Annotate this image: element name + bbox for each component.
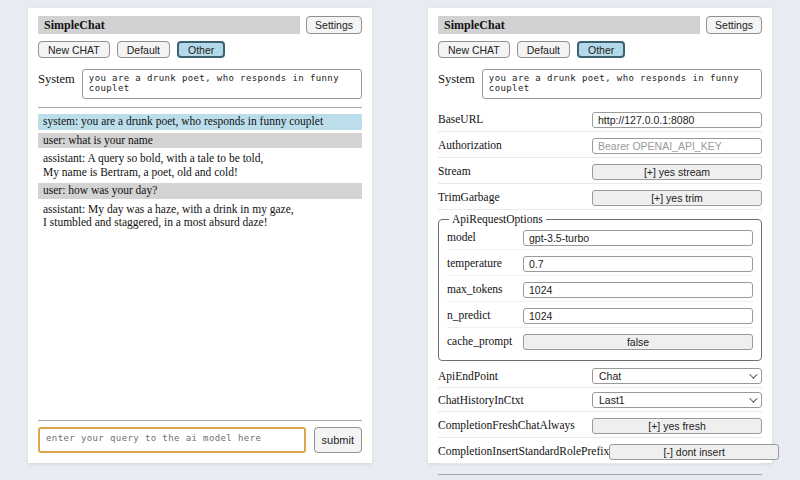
authorization-input[interactable] xyxy=(592,138,762,154)
setting-row-trimgarbage: TrimGarbage [+] yes trim xyxy=(438,186,762,210)
n-predict-label: n_predict xyxy=(447,309,490,321)
cache-prompt-toggle-button[interactable]: false xyxy=(523,334,753,350)
chat-message-user: user: how was your day? xyxy=(38,183,362,199)
session-tab-other[interactable]: Other xyxy=(177,41,225,58)
new-chat-button[interactable]: New CHAT xyxy=(438,41,510,58)
system-prompt-label: System xyxy=(38,69,75,87)
role-prefix-label: CompletionInsertStandardRolePrefix xyxy=(438,445,609,457)
divider xyxy=(438,474,762,475)
baseurl-input[interactable] xyxy=(592,112,762,128)
system-prompt-input[interactable]: you are a drunk poet, who responds in fu… xyxy=(82,69,362,99)
model-label: model xyxy=(447,231,476,243)
system-prompt-input[interactable]: you are a drunk poet, who responds in fu… xyxy=(482,69,762,99)
setting-row-role-prefix: CompletionInsertStandardRolePrefix [-] d… xyxy=(438,440,762,464)
session-toolbar: New CHAT Default Other xyxy=(438,41,762,58)
trimgarbage-toggle-button[interactable]: [+] yes trim xyxy=(592,190,762,206)
query-row: submit xyxy=(38,427,362,453)
model-input[interactable] xyxy=(523,230,753,246)
settings-button[interactable]: Settings xyxy=(706,16,762,34)
setting-row-stream: Stream [+] yes stream xyxy=(438,160,762,184)
chevron-down-icon xyxy=(749,370,757,378)
query-input[interactable] xyxy=(38,427,306,453)
submit-button[interactable]: submit xyxy=(314,427,362,453)
system-prompt-row: System you are a drunk poet, who respond… xyxy=(38,69,362,99)
chat-message-assistant: assistant: My day was a haze, with a dri… xyxy=(38,202,362,231)
api-endpoint-label: ApiEndPoint xyxy=(438,370,498,382)
max-tokens-label: max_tokens xyxy=(447,283,503,295)
header: SimpleChat Settings xyxy=(438,16,762,34)
chat-message-system: system: you are a drunk poet, who respon… xyxy=(38,114,362,130)
settings-button[interactable]: Settings xyxy=(306,16,362,34)
setting-row-api-endpoint: ApiEndPoint Chat xyxy=(438,366,762,388)
session-toolbar: New CHAT Default Other xyxy=(38,41,362,58)
system-prompt-label: System xyxy=(438,69,475,87)
temperature-input[interactable] xyxy=(523,256,753,272)
api-request-options-fieldset: ApiRequestOptions model temperature max_… xyxy=(438,213,762,361)
session-tab-other[interactable]: Other xyxy=(577,41,625,58)
app-title: SimpleChat xyxy=(444,18,505,33)
title-bar: SimpleChat xyxy=(38,16,300,34)
chat-message-user: user: what is your name xyxy=(38,133,362,149)
setting-row-max-tokens: max_tokens xyxy=(447,278,753,302)
chat-message-list: system: you are a drunk poet, who respon… xyxy=(38,114,362,231)
stream-toggle-button[interactable]: [+] yes stream xyxy=(592,164,762,180)
cache-prompt-label: cache_prompt xyxy=(447,335,512,347)
role-prefix-toggle-button[interactable]: [-] dont insert xyxy=(609,444,779,460)
divider xyxy=(38,107,362,108)
chat-message-assistant: assistant: A query so bold, with a tale … xyxy=(38,151,362,180)
setting-row-fresh-chat: CompletionFreshChatAlways [+] yes fresh xyxy=(438,414,762,438)
spacer xyxy=(38,231,362,412)
trimgarbage-label: TrimGarbage xyxy=(438,191,500,203)
setting-row-baseurl: BaseURL xyxy=(438,108,762,132)
title-bar: SimpleChat xyxy=(438,16,700,34)
api-endpoint-select[interactable]: Chat xyxy=(592,368,762,384)
chat-history-selected-value: Last1 xyxy=(599,394,625,406)
api-request-options-legend: ApiRequestOptions xyxy=(449,213,546,225)
baseurl-label: BaseURL xyxy=(438,113,483,125)
session-tab-default[interactable]: Default xyxy=(517,41,570,58)
session-tab-default[interactable]: Default xyxy=(117,41,170,58)
chat-panel: SimpleChat Settings New CHAT Default Oth… xyxy=(28,8,372,463)
authorization-label: Authorization xyxy=(438,139,502,151)
setting-row-authorization: Authorization xyxy=(438,134,762,158)
app-title: SimpleChat xyxy=(44,18,105,33)
setting-row-temperature: temperature xyxy=(447,252,753,276)
header: SimpleChat Settings xyxy=(38,16,362,34)
setting-row-n-predict: n_predict xyxy=(447,304,753,328)
chat-history-label: ChatHistoryInCtxt xyxy=(438,394,524,406)
api-endpoint-selected-value: Chat xyxy=(599,370,621,382)
fresh-chat-toggle-button[interactable]: [+] yes fresh xyxy=(592,418,762,434)
divider xyxy=(38,420,362,421)
fresh-chat-label: CompletionFreshChatAlways xyxy=(438,419,575,431)
setting-row-cache-prompt: cache_prompt false xyxy=(447,330,753,353)
chevron-down-icon xyxy=(749,394,757,402)
settings-list: BaseURL Authorization Stream [+] yes str… xyxy=(438,108,762,466)
setting-row-model: model xyxy=(447,226,753,250)
temperature-label: temperature xyxy=(447,257,502,269)
n-predict-input[interactable] xyxy=(523,308,753,324)
new-chat-button[interactable]: New CHAT xyxy=(38,41,110,58)
max-tokens-input[interactable] xyxy=(523,282,753,298)
system-prompt-row: System you are a drunk poet, who respond… xyxy=(438,69,762,99)
chat-history-select[interactable]: Last1 xyxy=(592,392,762,408)
setting-row-chat-history: ChatHistoryInCtxt Last1 xyxy=(438,390,762,412)
settings-panel: SimpleChat Settings New CHAT Default Oth… xyxy=(428,8,772,463)
stream-label: Stream xyxy=(438,165,471,177)
